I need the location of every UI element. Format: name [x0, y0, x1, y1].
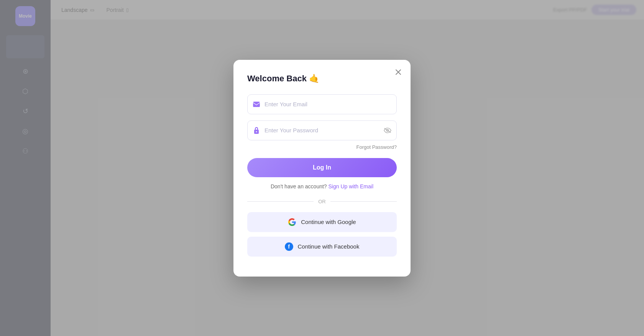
divider-line-left	[247, 201, 314, 202]
email-input-wrapper	[247, 94, 397, 114]
signup-link[interactable]: Sign Up with Email	[329, 183, 374, 189]
forgot-password-link[interactable]: Forgot Password?	[356, 144, 397, 150]
password-input-wrapper	[247, 120, 397, 140]
divider-text: OR	[318, 199, 326, 204]
signup-prompt: Don't have an account? Sign Up with Emai…	[247, 183, 397, 189]
password-toggle-icon[interactable]	[384, 127, 391, 134]
email-input[interactable]	[247, 94, 397, 114]
divider-line-right	[330, 201, 397, 202]
password-input[interactable]	[247, 120, 397, 140]
google-login-button[interactable]: Continue with Google	[247, 212, 397, 232]
facebook-button-label: Continue with Facebook	[298, 243, 360, 250]
lock-icon	[253, 127, 260, 134]
google-button-label: Continue with Google	[301, 219, 356, 225]
email-icon	[253, 100, 260, 108]
svg-rect-0	[253, 101, 260, 107]
login-button[interactable]: Log In	[247, 158, 397, 177]
signup-prompt-text: Don't have an account?	[271, 183, 327, 189]
forgot-password-wrapper: Forgot Password?	[247, 143, 397, 150]
login-modal: Welcome Back 🤙	[233, 60, 411, 277]
facebook-icon: f	[285, 242, 293, 251]
facebook-login-button[interactable]: f Continue with Facebook	[247, 237, 397, 257]
google-icon	[288, 218, 296, 226]
modal-overlay: Welcome Back 🤙	[0, 0, 644, 336]
modal-close-button[interactable]	[393, 67, 404, 77]
modal-title: Welcome Back 🤙	[247, 74, 397, 84]
svg-point-2	[256, 131, 257, 132]
or-divider: OR	[247, 199, 397, 204]
close-icon	[395, 69, 401, 75]
